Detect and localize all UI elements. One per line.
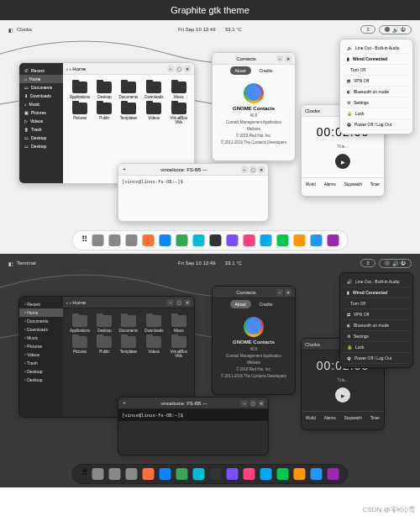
window-controls[interactable]: –▢✕: [241, 400, 265, 407]
tab-about[interactable]: About: [230, 66, 251, 75]
tab-about[interactable]: About: [230, 300, 251, 308]
menu-row[interactable]: ▮Wired Connected: [344, 54, 409, 65]
window-controls[interactable]: –▢✕: [167, 299, 191, 306]
topbar-app[interactable]: ◧Terminal: [5, 257, 39, 269]
dock-app[interactable]: [143, 468, 155, 480]
topbar-status[interactable]: ≡🔊⏻: [357, 257, 415, 269]
dock-app[interactable]: [176, 234, 188, 246]
audio-output[interactable]: 🔊 Line Out - Built-in Audio: [344, 43, 409, 54]
dock-app[interactable]: [227, 468, 239, 480]
sidebar-item[interactable]: ▫ Documents: [19, 317, 63, 325]
apps-grid-icon[interactable]: ⠿: [81, 234, 87, 246]
sidebar-item[interactable]: ▫ Downloads: [19, 325, 63, 334]
dock-app[interactable]: [92, 234, 104, 246]
sidebar-item-videos[interactable]: ▷ Videos: [19, 117, 63, 125]
dock-app[interactable]: [294, 234, 306, 246]
nav-alarms[interactable]: Alarms: [324, 416, 336, 420]
sidebar-item[interactable]: ▫ Desktop: [19, 367, 63, 376]
dock-app[interactable]: [311, 234, 323, 246]
folder-pictures[interactable]: Pictures: [70, 103, 90, 124]
play-button[interactable]: ▶: [335, 387, 350, 403]
sidebar-item-downloads[interactable]: ⬇ Downloads: [19, 92, 63, 100]
folder-videos[interactable]: Videos: [144, 103, 163, 124]
sidebar-item-desktop2[interactable]: ▭ Desktop: [19, 142, 63, 150]
sidebar-item[interactable]: ▫ Trash: [19, 359, 63, 367]
nav-stopwatch[interactable]: Stopwatch: [344, 416, 362, 420]
menu-row[interactable]: ⏻Power Off / Log Out: [344, 353, 409, 364]
dock-app[interactable]: [294, 468, 306, 480]
dock-app[interactable]: [109, 468, 121, 480]
sidebar-item[interactable]: ▫ Recent: [19, 300, 63, 308]
folder-pictures[interactable]: Pictures: [70, 336, 90, 358]
sidebar-item-trash[interactable]: 🗑 Trash: [19, 125, 63, 134]
sidebar-item[interactable]: ▫ Home: [19, 308, 63, 317]
dock-app[interactable]: [260, 468, 272, 480]
dock-app[interactable]: [193, 234, 205, 246]
sidebar-item[interactable]: ▫ Music: [19, 334, 63, 342]
menu-row[interactable]: 🔒Lock: [344, 342, 409, 353]
dock-app[interactable]: [126, 468, 138, 480]
sidebar-item-documents[interactable]: ▭ Documents: [19, 83, 63, 92]
dock-app[interactable]: [160, 234, 171, 246]
dock-app[interactable]: [160, 468, 171, 480]
dock-app[interactable]: [244, 468, 255, 480]
audio-output[interactable]: 🔊 Line Out - Built-in Audio: [344, 276, 409, 287]
folder-music[interactable]: Music: [171, 82, 187, 99]
dock-app[interactable]: [244, 234, 255, 246]
dock-app[interactable]: [143, 234, 155, 246]
nav-timer[interactable]: Timer: [370, 416, 380, 420]
sidebar-item-recent[interactable]: ⏱ Recent: [19, 66, 63, 75]
folder-virtualbox-vms[interactable]: VirtualBox VMs: [171, 103, 187, 124]
folder-public[interactable]: Public: [97, 103, 112, 124]
dock-app[interactable]: [260, 234, 272, 246]
folder-documents[interactable]: Documents: [119, 315, 139, 333]
folder-downloads[interactable]: Downloads: [144, 82, 163, 99]
tab-credits[interactable]: Credits: [255, 66, 278, 75]
dock-app[interactable]: [92, 468, 104, 480]
folder-downloads[interactable]: Downloads: [144, 315, 163, 333]
timer-title[interactable]: Title...: [337, 377, 348, 382]
terminal-body[interactable]: [vince@linux-fs-8B:~]$: [118, 409, 268, 421]
folder-documents[interactable]: Documents: [119, 82, 139, 99]
topbar-app[interactable]: ◧Clocks: [5, 24, 35, 35]
folder-templates[interactable]: Templates: [119, 336, 139, 358]
dock-app[interactable]: [328, 468, 339, 480]
topbar-clock[interactable]: Fri Sep 10 12:49 33.1 °C: [175, 257, 245, 269]
sidebar-item[interactable]: ▫ Videos: [19, 350, 63, 359]
menu-row[interactable]: Turn Off: [344, 65, 409, 76]
nav-world[interactable]: World: [306, 416, 316, 420]
window-controls[interactable]: –✕: [276, 289, 291, 296]
timer-title[interactable]: Title...: [337, 144, 348, 149]
dock-app[interactable]: [109, 234, 121, 246]
folder-desktop[interactable]: Desktop: [97, 82, 112, 99]
folder-music[interactable]: Music: [171, 315, 187, 333]
menu-row[interactable]: ◐Bluetooth on mode: [344, 87, 409, 97]
folder-videos[interactable]: Videos: [144, 336, 163, 358]
menu-row[interactable]: ⚙Settings: [344, 97, 409, 108]
dock-app[interactable]: [227, 234, 239, 246]
menu-row[interactable]: ⇄VPN Off: [344, 76, 409, 87]
folder-templates[interactable]: Templates: [119, 103, 139, 124]
sidebar-item-pictures[interactable]: ▣ Pictures: [19, 108, 63, 117]
dock-app[interactable]: [126, 234, 138, 246]
tab-credits[interactable]: Credits: [255, 300, 278, 308]
menu-row[interactable]: 🔒Lock: [344, 108, 409, 119]
dock-app[interactable]: [277, 234, 289, 246]
menu-row[interactable]: ⇄VPN Off: [344, 309, 409, 320]
dock-app[interactable]: [193, 468, 205, 480]
menu-row[interactable]: ⚙Settings: [344, 331, 409, 342]
dock-app[interactable]: [277, 468, 289, 480]
about-site-link[interactable]: Website: [247, 361, 260, 365]
topbar-clock[interactable]: Fri Sep 10 12:49 33.1 °C: [175, 24, 245, 35]
sidebar-item[interactable]: ▫ Pictures: [19, 342, 63, 350]
window-controls[interactable]: –▢✕: [241, 166, 265, 173]
terminal-body[interactable]: [vince@linux-fs-8B:~]$: [118, 176, 268, 187]
dock-app[interactable]: [311, 468, 323, 480]
nav-timer[interactable]: Timer: [370, 182, 380, 187]
menu-row[interactable]: Turn Off: [344, 298, 409, 309]
folder-public[interactable]: Public: [97, 336, 112, 358]
topbar-status[interactable]: ≡🔊⏻: [357, 24, 415, 35]
dock-app[interactable]: [210, 468, 222, 480]
folder-virtualbox-vms[interactable]: VirtualBox VMs: [171, 336, 187, 358]
sidebar-item-music[interactable]: ♪ Music: [19, 100, 63, 108]
